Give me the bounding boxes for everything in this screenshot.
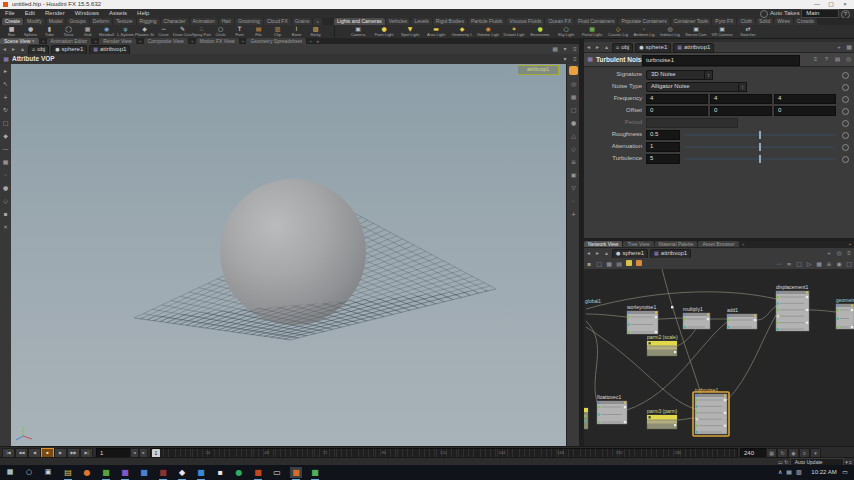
scale-tool-icon[interactable]: □: [0, 116, 11, 129]
shelf-tab-grains[interactable]: Grains: [292, 18, 313, 25]
path-seg-sphere1[interactable]: ●sphere1: [635, 43, 671, 53]
param-header-icon-2[interactable]: ▤: [832, 53, 843, 66]
param-frequency-menu-icon[interactable]: [842, 96, 849, 103]
shelf-tab-container-tools[interactable]: Container Tools: [671, 18, 712, 25]
param-frequency-field-1[interactable]: 4: [646, 94, 708, 104]
tool-sphere[interactable]: ●Sphere: [21, 25, 40, 38]
net-tool-right-3[interactable]: □: [794, 258, 804, 269]
tool-spray-paint[interactable]: ∴Spray Paint: [192, 25, 211, 38]
tray-chevron-icon[interactable]: ∧: [778, 469, 782, 475]
param-header-icon-3[interactable]: ?: [821, 53, 832, 66]
auto-takes-label[interactable]: Auto Takes: [770, 10, 800, 16]
net-tool-right-7[interactable]: ◉: [834, 258, 844, 269]
scene-viewport[interactable]: ▸↖+↻□◆—▦◦●◇▪× attribvop1 ◎▦□●△◇≡▣▽◦+: [0, 64, 580, 446]
net-tool-left-3[interactable]: ▦: [604, 258, 614, 269]
network-tab-tree-view[interactable]: Tree View: [623, 241, 653, 247]
shelf-tab-more-icon[interactable]: ●: [313, 18, 321, 25]
tool-file[interactable]: ▤File: [249, 25, 268, 38]
network-tab-menu-icon[interactable]: ▪: [846, 241, 854, 248]
menu-edit[interactable]: Edit: [20, 9, 40, 18]
menu-render[interactable]: Render: [40, 9, 70, 18]
objects-mode-icon[interactable]: ▸: [0, 64, 11, 77]
shelf-tab-rigging[interactable]: Rigging: [137, 18, 160, 25]
tool-portal-light[interactable]: ▦Portal Light: [579, 25, 605, 38]
tool-ambient-lig[interactable]: ◦Ambient Lig: [631, 25, 657, 38]
network-search-icon[interactable]: ◎: [834, 248, 844, 258]
shelf-tab-grooming[interactable]: Grooming: [235, 18, 263, 25]
up-icon[interactable]: ▴: [602, 248, 611, 258]
forward-icon[interactable]: ▸: [593, 42, 602, 52]
app-icon-8[interactable]: ■: [195, 467, 207, 478]
net-tool-left-2[interactable]: □: [594, 258, 604, 269]
tool-environme[interactable]: ●Environme: [527, 25, 553, 38]
menu-help[interactable]: Help: [132, 9, 154, 18]
tool-torus[interactable]: ◯Torus: [59, 25, 78, 38]
network-settings-icon[interactable]: ≡: [844, 248, 854, 258]
translate-tool-icon[interactable]: +: [0, 90, 11, 103]
tool-platonic-so[interactable]: ◆Platonic So: [135, 25, 154, 38]
param-frequency-field-2[interactable]: 4: [710, 94, 772, 104]
state-options-icon[interactable]: ▾: [560, 54, 570, 64]
node-name-field[interactable]: turbnoise1: [642, 55, 800, 66]
tool-caustic-lig[interactable]: ◇Caustic Lig: [605, 25, 631, 38]
tool-clip[interactable]: ▥Clip: [268, 25, 287, 38]
notification-center-icon[interactable]: ▭: [842, 469, 848, 475]
tool-switcher[interactable]: ⇄Switcher: [735, 25, 761, 38]
app-icon-4[interactable]: ■: [119, 467, 131, 478]
tool-area-light[interactable]: ▬Area Light: [423, 25, 449, 38]
shelf-tab-hair[interactable]: Hair: [219, 18, 234, 25]
shelf-tab-create[interactable]: Create: [2, 18, 23, 25]
param-noise-type-dropdown[interactable]: Alligator Noise: [646, 82, 740, 92]
param-attenuation-field[interactable]: 1: [646, 142, 680, 152]
param-turbulence-field[interactable]: 5: [646, 154, 680, 164]
tool-tube[interactable]: ▮Tube: [40, 25, 59, 38]
tool-draw-curve[interactable]: ✎Draw Curve: [173, 25, 192, 38]
app-icon-3[interactable]: ■: [100, 467, 112, 478]
pane-add-icon[interactable]: +: [834, 42, 844, 52]
sphere-geometry[interactable]: [220, 179, 366, 325]
app-icon-12[interactable]: ▭: [271, 467, 283, 478]
tool-metaball[interactable]: ◉Metaball: [97, 25, 116, 38]
node-worleynoise1[interactable]: worleynoise1: [627, 304, 658, 334]
forward-icon[interactable]: ▸: [9, 44, 18, 54]
net-tool-right-8[interactable]: □: [844, 258, 854, 269]
net-tool-right-1[interactable]: ⋯: [774, 258, 784, 269]
shelf-tab-vehicles[interactable]: Vehicles: [386, 18, 411, 25]
file-explorer-icon[interactable]: ▤: [62, 467, 74, 478]
net-color-chip-2[interactable]: [636, 260, 642, 266]
shelf-tab-populate-containers[interactable]: Populate Containers: [618, 18, 669, 25]
shelf-tab-cloud-fx[interactable]: Cloud FX: [264, 18, 291, 25]
param-roughness-menu-icon[interactable]: [842, 132, 849, 139]
back-icon[interactable]: ◂: [0, 44, 9, 54]
take-select[interactable]: Main: [801, 9, 839, 18]
snap-point-icon[interactable]: ◦: [0, 168, 11, 181]
tray-network-icon[interactable]: ▤: [786, 469, 792, 475]
network-tab-material-palette[interactable]: Material Palette: [655, 241, 698, 247]
net-tool-left-4[interactable]: ▤: [614, 258, 624, 269]
tool-point-light[interactable]: ●Point Light: [371, 25, 397, 38]
param-period-menu-icon[interactable]: [842, 120, 849, 127]
shelf-tab-cloth[interactable]: Cloth: [737, 18, 755, 25]
viewport-canvas[interactable]: attribvop1: [11, 64, 566, 446]
tool-box[interactable]: ■Box: [2, 25, 21, 38]
tool-volume-ligh[interactable]: ◉Volume Ligh: [475, 25, 501, 38]
menu-windows[interactable]: Windows: [70, 9, 104, 18]
app-icon-2[interactable]: ●: [81, 467, 93, 478]
node-parm2-scale[interactable]: parm2 (scale): [647, 334, 678, 356]
node-global1[interactable]: global1: [585, 298, 601, 304]
start-button[interactable]: ▦: [4, 467, 16, 478]
pane-maximize-icon[interactable]: ▦: [844, 42, 854, 52]
node-floattovec1[interactable]: floattovec1: [597, 394, 627, 424]
forward-icon[interactable]: ▸: [593, 248, 602, 258]
shelf-tab-lights-and-cameras[interactable]: Lights and Cameras: [334, 18, 385, 25]
shelf-tab-groups[interactable]: Groups: [66, 18, 88, 25]
menu-assets[interactable]: Assets: [104, 9, 132, 18]
wire-9[interactable]: [677, 329, 696, 346]
back-icon[interactable]: ◂: [584, 248, 593, 258]
param-noise-type-menu-icon[interactable]: [842, 84, 849, 91]
tool-circle[interactable]: ○Circle: [211, 25, 230, 38]
shelf-tab-model[interactable]: Model: [46, 18, 66, 25]
shelf-tab-fluid-containers[interactable]: Fluid Containers: [575, 18, 617, 25]
shelf-tab-ocean-fx[interactable]: Ocean FX: [545, 18, 574, 25]
path-seg-obj[interactable]: ⌂obj: [612, 43, 633, 53]
